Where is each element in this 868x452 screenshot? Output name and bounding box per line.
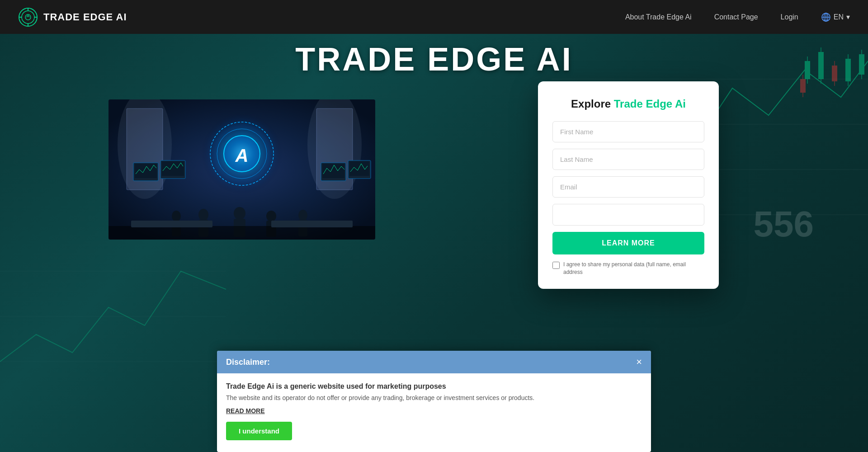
disclaimer-modal: Disclaimer: × Trade Edge Ai is a generic… [217,351,651,452]
nav-logo-text: TRADE EDGE AI [43,11,127,23]
navbar: TRADE EDGE AI About Trade Edge Ai Contac… [0,0,868,34]
svg-point-48 [172,211,181,221]
globe-icon [821,12,831,22]
svg-point-1 [22,11,34,24]
nav-lang[interactable]: EN ▾ [821,12,850,22]
disclaimer-sub-text: The website and its operator do not offe… [226,394,642,401]
nav-about[interactable]: About Trade Edge Ai [625,13,692,21]
form-card: Explore Trade Edge Ai LEARN MORE I agree… [538,81,719,289]
understand-button[interactable]: I understand [226,422,292,440]
disclaimer-title: Disclaimer: [226,358,270,367]
consent-checkbox[interactable] [552,262,560,269]
disclaimer-body: Trade Edge Ai is a generic website used … [217,373,651,452]
nav-links: About Trade Edge Ai Contact Page Login E… [625,12,850,22]
first-name-input[interactable] [552,121,704,142]
consent-row: I agree to share my personal data (full … [552,261,704,276]
svg-point-54 [266,211,276,221]
svg-point-50 [198,209,208,221]
svg-point-52 [234,207,245,220]
last-name-input[interactable] [552,149,704,170]
svg-rect-43 [162,161,184,176]
nav-contact[interactable]: Contact Page [714,13,758,21]
logo-icon [18,7,38,27]
learn-more-button[interactable]: LEARN MORE [552,232,704,254]
disclaimer-header: Disclaimer: × [217,351,651,373]
disclaimer-main-text: Trade Edge Ai is a generic website used … [226,382,642,391]
disclaimer-close-button[interactable]: × [636,357,642,367]
bg-number: 556 [754,203,814,245]
svg-rect-59 [131,221,212,227]
form-title-part2: Trade Edge Ai [614,98,686,110]
consent-text: I agree to share my personal data (full … [563,261,704,276]
lang-chevron: ▾ [846,13,850,21]
phone-input[interactable] [552,204,704,226]
hero-title: TRADE EDGE AI [295,41,572,78]
email-input[interactable] [552,176,704,198]
disclaimer-read-more-link[interactable]: READ MORE [226,407,265,414]
svg-rect-60 [271,221,353,227]
svg-text:A: A [235,146,249,165]
svg-point-56 [298,210,307,221]
hero-image: A [108,99,375,240]
lang-label: EN [834,13,844,21]
nav-login[interactable]: Login [781,13,798,21]
form-title-part1: Explore [571,98,614,110]
svg-rect-58 [108,226,375,240]
nav-logo[interactable]: TRADE EDGE AI [18,7,127,27]
svg-rect-47 [349,161,369,176]
form-title: Explore Trade Edge Ai [552,98,704,110]
chart-bg-left [0,226,226,407]
